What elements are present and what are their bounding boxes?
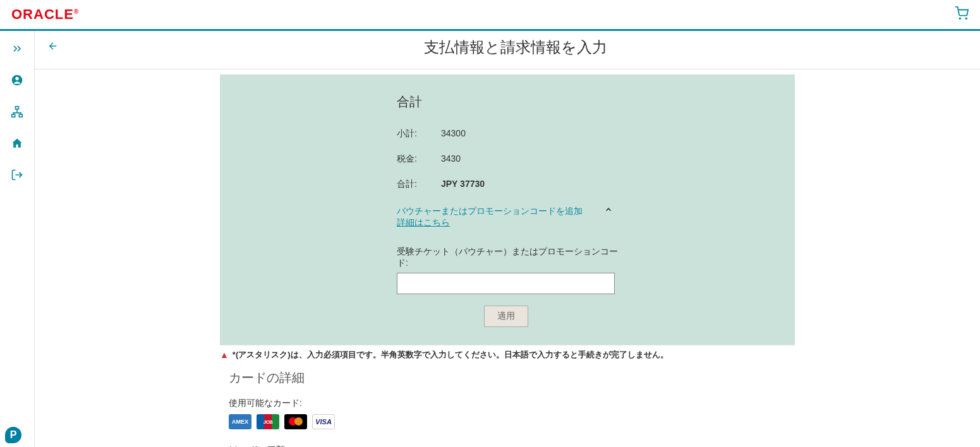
tax-value: 3430	[441, 153, 461, 165]
sitemap-icon	[11, 105, 23, 118]
svg-point-0	[959, 18, 960, 19]
required-field-warning: ▲ *(アスタリスク)は、入力必須項目です。半角英数字で入力してください。日本語…	[220, 345, 795, 362]
apply-button[interactable]: 適用	[484, 306, 528, 327]
total-label: 合計:	[397, 179, 441, 190]
tax-label: 税金:	[397, 153, 441, 165]
card-logo-visa: VISA	[312, 414, 335, 429]
pearson-letter: P	[10, 429, 17, 441]
logout-icon	[11, 169, 23, 181]
promo-code-input[interactable]	[397, 273, 615, 294]
promo-toggle-text[interactable]: バウチャーまたはプロモーションコードを追加	[397, 206, 583, 216]
cart-button[interactable]	[955, 6, 969, 23]
promo-more-link[interactable]: 詳細はこちら	[397, 217, 583, 229]
card-type-label: *カードの種類:	[229, 444, 789, 447]
card-logo-amex: AMEX	[229, 414, 251, 429]
sidebar-item-logout[interactable]	[11, 169, 23, 184]
sidebar-item-home[interactable]	[11, 137, 23, 152]
total-value: JPY 37730	[441, 179, 485, 190]
back-button[interactable]	[45, 38, 61, 57]
arrow-left-icon	[47, 40, 59, 52]
top-bar: ORACLE®	[0, 0, 980, 31]
sidebar-expand-button[interactable]	[11, 42, 23, 57]
chevron-double-right-icon	[11, 42, 23, 55]
svg-rect-5	[12, 114, 15, 117]
summary-row-subtotal: 小計: 34300	[397, 128, 618, 140]
card-details-section: カードの詳細 使用可能なカード: AMEX JCB VISA *カードの種類: …	[220, 362, 795, 447]
page-header: 支払情報と請求情報を入力	[35, 31, 980, 69]
svg-point-3	[15, 77, 18, 80]
summary-title: 合計	[397, 93, 618, 110]
page-title: 支払情報と請求情報を入力	[61, 37, 970, 57]
card-logos-row: AMEX JCB VISA	[229, 414, 789, 429]
cart-icon	[955, 6, 969, 20]
warning-icon: ▲	[220, 350, 229, 360]
svg-point-1	[965, 18, 967, 19]
user-circle-icon	[11, 74, 23, 86]
card-section-title: カードの詳細	[229, 369, 789, 386]
logo-registered: ®	[74, 8, 79, 15]
content-container: 合計 小計: 34300 税金: 3430 合計: JPY 37730	[220, 74, 795, 447]
order-summary-panel: 合計 小計: 34300 税金: 3430 合計: JPY 37730	[220, 74, 795, 345]
sidebar-item-sitemap[interactable]	[11, 105, 23, 121]
card-logo-mastercard	[284, 414, 307, 429]
logo-text: ORACLE	[11, 6, 74, 22]
svg-rect-4	[16, 107, 19, 109]
promo-toggle-row: バウチャーまたはプロモーションコードを追加 詳細はこちら	[397, 205, 618, 229]
sidebar-item-profile[interactable]	[11, 74, 23, 89]
subtotal-value: 34300	[441, 128, 466, 140]
available-cards-label: 使用可能なカード:	[229, 398, 789, 409]
oracle-logo: ORACLE®	[11, 6, 79, 23]
svg-rect-6	[19, 114, 22, 117]
home-icon	[11, 137, 23, 150]
subtotal-label: 小計:	[397, 128, 441, 140]
sidebar	[0, 31, 35, 447]
pearson-badge[interactable]: P	[5, 427, 21, 443]
summary-row-total: 合計: JPY 37730	[397, 179, 618, 190]
promo-collapse-chevron[interactable]	[599, 205, 618, 217]
main-content: 支払情報と請求情報を入力 合計 小計: 34300 税金: 3430 合計:	[35, 31, 980, 447]
promo-input-label: 受験チケット（バウチャー）またはプロモーションコード:	[397, 246, 618, 269]
summary-row-tax: 税金: 3430	[397, 153, 618, 165]
card-logo-jcb: JCB	[257, 414, 279, 429]
chevron-up-icon	[604, 205, 613, 214]
warning-text: *(アスタリスク)は、入力必須項目です。半角英数字で入力してください。日本語で入…	[233, 349, 668, 361]
